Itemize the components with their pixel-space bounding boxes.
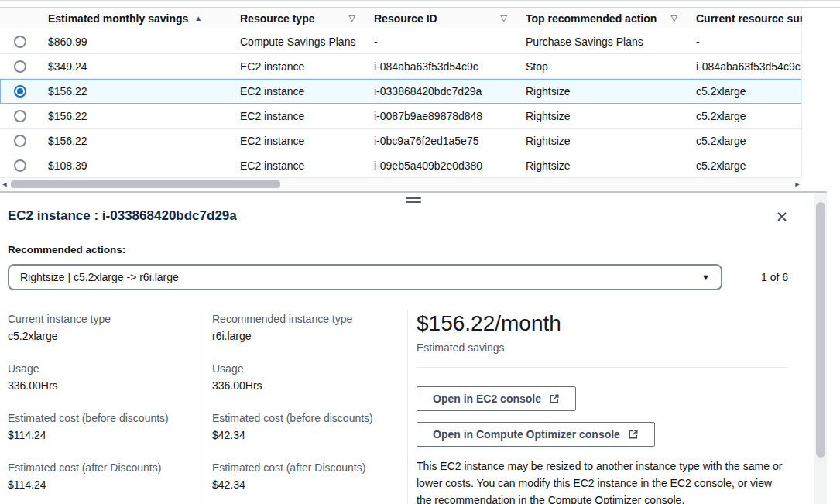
scroll-left-arrow-icon[interactable]: ◄ <box>0 178 9 190</box>
kv-value: $114.24 <box>8 427 204 444</box>
cell-current-resource-summary: i-084aba63f53d54c9c <box>688 54 802 78</box>
detail-columns: Current instance type c5.2xlarge Usage 3… <box>8 310 788 504</box>
row-radio[interactable] <box>14 159 26 172</box>
row-radio-cell <box>0 104 40 128</box>
kv-label: Estimated cost (after Discounts) <box>8 459 204 476</box>
horizontal-scrollbar-thumb[interactable] <box>11 180 280 188</box>
filter-icon[interactable]: ▽ <box>349 13 355 23</box>
row-radio[interactable] <box>14 110 26 122</box>
table-row[interactable]: $860.99 Compute Savings Plans - Purchase… <box>0 29 801 54</box>
cell-current-resource-summary: c5.2xlarge <box>688 129 802 153</box>
table-row[interactable]: $349.24 EC2 instance i-084aba63f53d54c9c… <box>0 54 801 79</box>
recommended-instance-column: Recommended instance type r6i.large Usag… <box>204 310 407 504</box>
sort-ascending-icon[interactable]: ▲ <box>194 14 202 22</box>
table-row[interactable]: $156.22 EC2 instance i-0087b9ae89878d848… <box>0 104 801 129</box>
kv-label: Usage <box>212 360 407 377</box>
cell-estimated-monthly-savings: $156.22 <box>40 129 232 153</box>
cell-resource-id: i-09eb5a409b2e0d380 <box>366 153 518 177</box>
resize-description: This EC2 instance may be resized to anot… <box>417 458 788 504</box>
cell-top-recommended-action: Purchase Savings Plans <box>518 29 688 53</box>
cell-resource-type: Compute Savings Plans <box>232 29 366 53</box>
cell-top-recommended-action: Rightsize <box>518 79 688 103</box>
cell-top-recommended-action: Rightsize <box>518 153 688 177</box>
top-divider <box>0 1 840 8</box>
recommended-actions-label: Recommended actions: <box>8 244 788 255</box>
cell-estimated-monthly-savings: $860.99 <box>40 29 232 53</box>
row-radio[interactable] <box>14 135 26 147</box>
vertical-scrollbar[interactable] <box>814 193 827 504</box>
open-ec2-console-button[interactable]: Open in EC2 console <box>417 386 576 411</box>
kv-label: Recommended instance type <box>212 310 407 327</box>
table-header-row: Estimated monthly savings ▲ Resource typ… <box>0 8 801 29</box>
external-link-icon <box>628 429 639 440</box>
kv-label: Estimated cost (before discounts) <box>212 410 407 427</box>
row-radio-cell <box>0 129 40 153</box>
estimated-savings-amount: $156.22/month <box>417 310 788 337</box>
cell-resource-type: EC2 instance <box>232 104 366 128</box>
cell-top-recommended-action: Rightsize <box>518 129 688 153</box>
estimated-savings-caption: Estimated savings <box>417 341 788 354</box>
table-row[interactable]: $108.39 EC2 instance i-09eb5a409b2e0d380… <box>0 153 801 178</box>
row-radio[interactable] <box>14 60 26 73</box>
key-value-pair: Estimated cost (before discounts) $42.34 <box>212 410 407 444</box>
column-header-estimated-monthly-savings[interactable]: Estimated monthly savings ▲ <box>40 8 232 29</box>
cell-current-resource-summary: c5.2xlarge <box>688 79 802 103</box>
recommended-action-select[interactable]: Rightsize | c5.2xlarge -> r6i.large ▼ <box>8 264 722 290</box>
cell-estimated-monthly-savings: $156.22 <box>40 79 232 103</box>
key-value-pair: Estimated cost (after Discounts) $114.24 <box>8 459 204 493</box>
table-body: $860.99 Compute Savings Plans - Purchase… <box>0 29 801 178</box>
key-value-pair: Current instance type c5.2xlarge <box>8 310 204 345</box>
split-panel: EC2 instance : i-033868420bdc7d29a Recom… <box>0 191 827 504</box>
column-header-top-recommended-action[interactable]: Top recommended action ▽ <box>518 8 688 29</box>
cell-resource-id: i-033868420bdc7d29a <box>366 79 518 103</box>
cell-top-recommended-action: Stop <box>518 54 688 78</box>
radio-column-header <box>0 8 40 29</box>
cost-optimization-hub-screen: Estimated monthly savings ▲ Resource typ… <box>0 0 840 504</box>
column-header-resource-id[interactable]: Resource ID ▽ <box>366 8 518 29</box>
column-header-resource-type[interactable]: Resource type ▽ <box>232 8 366 29</box>
key-value-pair: Usage 336.00Hrs <box>8 360 204 394</box>
row-radio[interactable] <box>14 85 26 98</box>
scroll-right-arrow-icon[interactable]: ► <box>793 178 802 190</box>
row-radio-cell <box>0 79 40 103</box>
kv-value: 336.00Hrs <box>8 377 204 394</box>
table-row[interactable]: $156.22 EC2 instance i-0bc9a76f2ed1a5e75… <box>0 129 801 153</box>
kv-label: Usage <box>8 360 204 377</box>
cell-resource-id: i-084aba63f53d54c9c <box>366 54 518 78</box>
horizontal-scrollbar-track[interactable] <box>9 180 793 189</box>
column-label: Estimated monthly savings <box>48 12 188 25</box>
button-label: Open in Compute Optimizer console <box>433 428 620 441</box>
cell-resource-id: i-0087b9ae89878d848 <box>366 104 518 128</box>
kv-label: Estimated cost (after Discounts) <box>212 459 407 476</box>
current-instance-column: Current instance type c5.2xlarge Usage 3… <box>8 310 204 504</box>
open-compute-optimizer-console-button[interactable]: Open in Compute Optimizer console <box>417 422 655 447</box>
kv-value: r6i.large <box>212 327 407 345</box>
close-icon <box>776 211 788 223</box>
horizontal-scrollbar[interactable]: ◄ ► <box>0 178 802 190</box>
kv-value: $42.34 <box>212 427 407 444</box>
cell-estimated-monthly-savings: $156.22 <box>40 104 232 128</box>
recommendations-table: Estimated monthly savings ▲ Resource typ… <box>0 8 802 178</box>
filter-icon[interactable]: ▽ <box>501 13 507 23</box>
kv-value: $42.34 <box>212 476 407 493</box>
button-label: Open in EC2 console <box>433 393 541 405</box>
key-value-pair: Estimated cost (before discounts) $114.2… <box>8 410 204 444</box>
savings-column: $156.22/month Estimated savings Open in … <box>407 310 788 504</box>
key-value-pair: Recommended instance type r6i.large <box>212 310 407 345</box>
row-radio[interactable] <box>14 36 26 48</box>
row-radio-cell <box>0 153 40 177</box>
panel-drag-handle-icon[interactable] <box>403 196 424 204</box>
cell-resource-type: EC2 instance <box>232 54 366 78</box>
cell-resource-type: EC2 instance <box>232 129 366 153</box>
filter-icon[interactable]: ▽ <box>671 13 677 23</box>
column-label: Resource ID <box>374 12 437 25</box>
cell-estimated-monthly-savings: $108.39 <box>40 153 232 177</box>
cell-estimated-monthly-savings: $349.24 <box>40 54 232 78</box>
close-panel-button[interactable] <box>774 209 790 227</box>
kv-label: Estimated cost (before discounts) <box>8 410 204 427</box>
kv-value: c5.2xlarge <box>8 327 204 345</box>
key-value-pair: Usage 336.00Hrs <box>212 360 407 394</box>
column-header-current-resource-summary[interactable]: Current resource sum <box>688 8 802 29</box>
vertical-scrollbar-thumb[interactable] <box>816 202 825 458</box>
table-row[interactable]: $156.22 EC2 instance i-033868420bdc7d29a… <box>0 79 801 104</box>
